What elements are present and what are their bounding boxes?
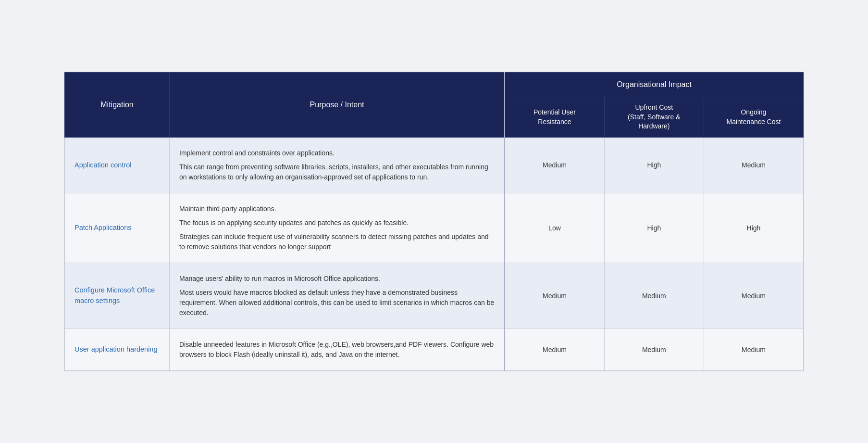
ongoing-maintenance-cost-cell: Medium <box>704 263 803 329</box>
header-org-impact: Organisational Impact <box>505 72 803 97</box>
potential-user-resistance-cell: Medium <box>505 329 604 371</box>
header-mitigation: Mitigation <box>65 72 170 137</box>
header-ongoing-maintenance-cost: OngoingMaintenance Cost <box>704 97 803 138</box>
ongoing-maintenance-cost-cell: Medium <box>704 138 803 193</box>
table-row: User application hardeningDisable unneed… <box>65 329 804 371</box>
purpose-paragraph: Strategies can include frequent use of v… <box>179 232 495 252</box>
purpose-paragraph: Maintain third-party applications. <box>179 204 495 214</box>
potential-user-resistance-cell: Medium <box>505 138 604 193</box>
purpose-paragraph: Most users would have macros blocked as … <box>179 288 495 318</box>
purpose-cell: Maintain third-party applications.The fo… <box>170 193 505 263</box>
upfront-cost-cell: High <box>604 193 704 263</box>
header-upfront-cost: Upfront Cost(Staff, Software &Hardware) <box>604 97 704 138</box>
purpose-cell: Disable unneeded features in Microsoft O… <box>170 329 505 371</box>
table-row: Patch ApplicationsMaintain third-party a… <box>65 193 804 263</box>
header-potential-user-resistance: Potential UserResistance <box>505 97 604 138</box>
mitigation-cell: Configure Microsoft Office macro setting… <box>65 263 170 329</box>
potential-user-resistance-cell: Low <box>505 193 604 263</box>
upfront-cost-cell: Medium <box>604 263 704 329</box>
mitigation-cell: Application control <box>65 138 170 193</box>
header-purpose: Purpose / Intent <box>170 72 505 137</box>
purpose-paragraph: The focus is on applying security update… <box>179 218 495 228</box>
table-row: Configure Microsoft Office macro setting… <box>65 263 804 329</box>
purpose-paragraph: This can range from preventing software … <box>179 162 495 182</box>
purpose-paragraph: Implement control and constraints over a… <box>179 148 495 158</box>
upfront-cost-cell: Medium <box>604 329 704 371</box>
potential-user-resistance-cell: Medium <box>505 263 604 329</box>
ongoing-maintenance-cost-cell: High <box>704 193 803 263</box>
ongoing-maintenance-cost-cell: Medium <box>704 329 803 371</box>
purpose-cell: Implement control and constraints over a… <box>170 138 505 193</box>
purpose-paragraph: Manage users' ability to run macros in M… <box>179 274 495 284</box>
table-row: Application controlImplement control and… <box>65 138 804 193</box>
mitigation-cell: Patch Applications <box>65 193 170 263</box>
purpose-paragraph: Disable unneeded features in Microsoft O… <box>179 340 495 360</box>
upfront-cost-cell: High <box>604 138 704 193</box>
main-table-container: Mitigation Purpose / Intent Organisation… <box>64 72 804 371</box>
mitigation-cell: User application hardening <box>65 329 170 371</box>
purpose-cell: Manage users' ability to run macros in M… <box>170 263 505 329</box>
